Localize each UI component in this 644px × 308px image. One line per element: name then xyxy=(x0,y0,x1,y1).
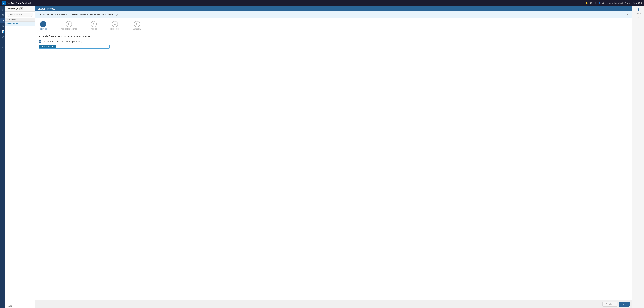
col-flag-icon: ⚑ xyxy=(9,19,11,21)
app-logo: N NetApp SnapCenter® xyxy=(2,1,31,5)
top-nav-right: 🔔 ✉ ? 👤 administrator SnapCenterAdmin Si… xyxy=(585,2,642,5)
step-label-2: Application Settings xyxy=(61,28,77,30)
main-layout: ❯ ⊞ 🛡 ◎ 📊 ⬡ ☰ ⚠ PostgreSQL ▼ ☰ ⚑ Name po… xyxy=(0,6,644,308)
step-label-1: Resource xyxy=(39,28,47,30)
snapshot-hostname-tag[interactable]: $HostName ▾ × xyxy=(39,45,56,48)
search-box xyxy=(6,12,35,18)
tenant-label: SnapCenterAdmin xyxy=(614,2,630,4)
page-title: Cluster - Protect xyxy=(38,8,54,10)
next-button[interactable]: Next xyxy=(618,302,630,307)
step-label-3: Policies xyxy=(90,28,97,30)
wizard-steps: 1 Resource 2 Application Settings 3 xyxy=(39,21,628,30)
step-circle-4: 4 xyxy=(112,21,118,27)
step-label-4: Notification xyxy=(110,28,120,30)
user-menu[interactable]: 👤 administrator SnapCenterAdmin xyxy=(598,2,630,4)
info-banner: ℹ Protect the resource by selecting prot… xyxy=(35,12,632,18)
sidebar-item-topology[interactable]: ◎ xyxy=(0,24,5,28)
previous-button[interactable]: Previous xyxy=(602,302,618,307)
help-icon[interactable]: ? xyxy=(595,2,596,5)
details-close-button[interactable]: ✕ xyxy=(636,16,640,18)
custom-name-checkbox[interactable] xyxy=(39,41,41,43)
form-section: Provide format for custom snapshot name … xyxy=(39,35,628,49)
content-area: 1 Resource 2 Application Settings 3 xyxy=(35,18,632,300)
mail-icon[interactable]: ✉ xyxy=(590,2,592,5)
sidebar-icons: ❯ ⊞ 🛡 ◎ 📊 ⬡ ☰ ⚠ xyxy=(0,6,6,308)
step-number-1: 1 xyxy=(42,23,44,26)
main-content: Cluster - Protect ℹ Protect the resource… xyxy=(35,6,632,308)
db-label: PostgreSQL xyxy=(7,8,18,10)
checkbox-label[interactable]: Use custom name format for Snapshot copy xyxy=(42,41,82,43)
sidebar-item-reports[interactable]: 📊 xyxy=(0,29,5,34)
bell-icon[interactable]: 🔔 xyxy=(585,2,588,5)
sidebar-item-hosts[interactable]: ⬡ xyxy=(0,34,5,39)
search-input[interactable] xyxy=(7,13,33,17)
step-circle-3: 3 xyxy=(91,21,97,27)
snapshot-tag-dropdown[interactable]: ▾ xyxy=(52,45,53,48)
step-number-2: 2 xyxy=(68,23,70,26)
col-name-label: Name xyxy=(12,19,16,21)
step-number-5: 5 xyxy=(136,23,138,26)
left-panel-footer: Total 1 xyxy=(6,304,35,308)
step-connector-1 xyxy=(47,24,61,24)
snapshot-name-text-input[interactable] xyxy=(56,45,110,48)
details-panel: ℹ Details ✕ xyxy=(632,6,644,308)
left-panel-header: PostgreSQL ▼ xyxy=(6,6,35,12)
top-navbar: N NetApp SnapCenter® 🔔 ✉ ? 👤 administrat… xyxy=(0,0,644,6)
checkbox-row: Use custom name format for Snapshot copy xyxy=(39,41,628,43)
step-circle-1: 1 xyxy=(40,21,46,27)
netapp-logo-icon: N xyxy=(2,1,6,5)
wizard-step-2: 2 Application Settings xyxy=(61,21,77,30)
sidebar-item-settings[interactable]: ☰ xyxy=(0,40,5,45)
page-header: Cluster - Protect xyxy=(35,6,632,12)
sidebar-item-expand[interactable]: ❯ xyxy=(0,8,5,12)
db-dropdown-button[interactable]: ▼ xyxy=(19,8,23,10)
cluster-item[interactable]: postgres_5432 xyxy=(6,22,35,26)
cluster-list-header: ☰ ⚑ Name xyxy=(6,18,35,22)
signout-link[interactable]: Sign Out xyxy=(633,2,642,5)
username-label: administrator xyxy=(602,2,613,4)
info-icon: ℹ xyxy=(38,13,38,16)
step-connector-4 xyxy=(120,24,133,24)
step-circle-2: 2 xyxy=(66,21,72,27)
snapshot-tag-text: $HostName xyxy=(40,45,51,48)
step-connector-2 xyxy=(77,24,90,24)
details-icon: ℹ xyxy=(638,8,639,12)
svg-text:N: N xyxy=(2,2,4,4)
section-title: Provide format for custom snapshot name xyxy=(39,35,628,38)
top-nav-left: N NetApp SnapCenter® xyxy=(2,1,31,5)
sidebar-item-protection[interactable]: 🛡 xyxy=(0,18,5,23)
details-label: Details xyxy=(636,13,641,15)
sidebar-item-apps[interactable]: ⊞ xyxy=(0,13,5,18)
snapshot-name-input-row: $HostName ▾ × xyxy=(39,45,110,49)
wizard-step-3: 3 Policies xyxy=(90,21,97,30)
step-number-3: 3 xyxy=(93,23,94,26)
col-list-icon: ☰ xyxy=(7,19,8,21)
step-label-5: Summary xyxy=(133,28,141,30)
snapshot-tag-close[interactable]: × xyxy=(53,46,54,48)
step-number-4: 4 xyxy=(114,23,116,26)
user-icon: 👤 xyxy=(598,2,601,4)
step-circle-5: 5 xyxy=(134,21,140,27)
wizard-step-5: 5 Summary xyxy=(133,21,141,30)
app-name: NetApp SnapCenter® xyxy=(7,2,31,5)
info-message: Protect the resource by selecting protec… xyxy=(40,13,119,16)
wizard-step-4: 4 Notification xyxy=(110,21,120,30)
left-panel: PostgreSQL ▼ ☰ ⚑ Name postgres_5432 Tota… xyxy=(6,6,35,308)
wizard-step-1: 1 Resource xyxy=(39,21,47,30)
step-connector-3 xyxy=(97,24,110,24)
footer-bar: Previous Next xyxy=(35,300,632,308)
sidebar-item-alerts[interactable]: ⚠ xyxy=(0,45,5,50)
banner-close-button[interactable]: ✕ xyxy=(626,13,630,16)
